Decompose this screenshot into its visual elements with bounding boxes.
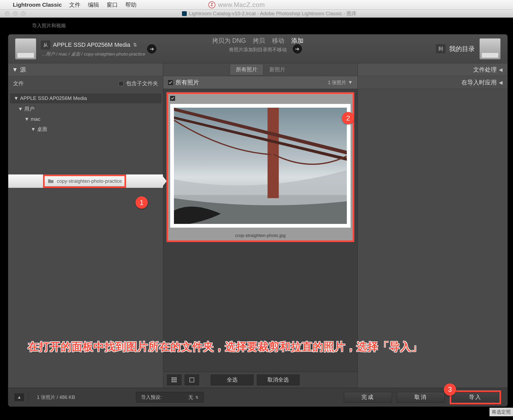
traffic-lights[interactable] bbox=[0, 11, 26, 16]
triangle-down-icon: ▼ bbox=[18, 106, 22, 112]
tree-item-label: 桌面 bbox=[37, 126, 47, 133]
photo-count-text: 1 张照片 bbox=[328, 79, 346, 86]
window-title: Lightroom Catalog-v10-2.lrcat - Adobe Ph… bbox=[26, 10, 513, 17]
svg-rect-7 bbox=[172, 379, 173, 380]
menu-file[interactable]: 文件 bbox=[69, 1, 80, 9]
files-label: 文件 bbox=[13, 80, 24, 87]
source-drive-icon bbox=[15, 38, 36, 59]
svg-rect-9 bbox=[175, 379, 177, 380]
svg-rect-5 bbox=[173, 377, 175, 379]
expand-compact-button[interactable]: ▲ bbox=[15, 394, 24, 401]
triangle-down-icon: ▼ bbox=[31, 126, 35, 132]
tab-all-photos[interactable]: 所有照片 bbox=[230, 64, 263, 75]
loupe-view-button[interactable] bbox=[185, 375, 199, 385]
chevron-updown-icon: ⇅ bbox=[195, 395, 199, 399]
select-all-button[interactable]: 全选 bbox=[211, 375, 254, 385]
tab-copy[interactable]: 拷贝 bbox=[253, 37, 265, 45]
svg-rect-12 bbox=[175, 381, 177, 382]
minimize-icon[interactable] bbox=[13, 11, 18, 16]
triangle-left-icon: ◀ bbox=[499, 80, 503, 85]
tree-item-label: mac bbox=[31, 116, 40, 122]
tree-root[interactable]: ▼ APPLE SSD AP0256M Media bbox=[10, 93, 161, 103]
preview-sub-label: 所有照片 bbox=[176, 79, 199, 87]
thumbnail-filename: crop-straighten-photo.jpg bbox=[170, 233, 351, 238]
source-path: ...用户 / mac / 桌面 / copy-straighten-photo… bbox=[41, 51, 145, 57]
import-header: 从 APPLE SSD AP0256M Media ⇅ ...用户 / mac … bbox=[8, 34, 507, 63]
callout-2: 2 bbox=[342, 112, 354, 124]
from-badge: 从 bbox=[41, 41, 50, 49]
chevron-updown-icon: ⇅ bbox=[133, 42, 137, 48]
tree-item-mac[interactable]: ▼ mac bbox=[10, 114, 161, 124]
triangle-down-icon: ▼ bbox=[12, 66, 18, 73]
to-badge: 到 bbox=[436, 44, 445, 53]
zoom-icon[interactable] bbox=[21, 11, 26, 16]
preview-subheader: 所有照片 1 张照片 ▼ bbox=[163, 76, 357, 89]
tab-move[interactable]: 移动 bbox=[272, 37, 284, 45]
svg-rect-13 bbox=[190, 378, 194, 382]
import-button[interactable]: 导入 bbox=[451, 392, 499, 403]
apply-during-import-label: 在导入时应用 bbox=[461, 79, 497, 87]
grid-view-button[interactable] bbox=[167, 375, 181, 385]
svg-rect-6 bbox=[175, 377, 177, 379]
callout-box-3: 导入 3 bbox=[450, 390, 501, 404]
thumbnail-checkbox[interactable] bbox=[170, 96, 175, 101]
tree-item-label: 用户 bbox=[24, 106, 34, 112]
window-title-text: Lightroom Catalog-v10-2.lrcat - Adobe Ph… bbox=[189, 10, 357, 17]
import-preset-dropdown[interactable]: 导入预设: 无 ⇅ bbox=[136, 392, 204, 403]
folder-icon bbox=[47, 178, 54, 184]
tab-add[interactable]: 添加 bbox=[291, 37, 304, 45]
cancel-button[interactable]: 取消 bbox=[397, 392, 445, 403]
tooltip-fragment: 将选定照 bbox=[489, 408, 513, 416]
source-panel: ▼ 源 文件 包含子文件夹 ▼ APPLE SSD AP0256M Media … bbox=[8, 63, 163, 388]
tab-copy-dng[interactable]: 拷贝为 DNG bbox=[212, 37, 246, 45]
tree-item-users[interactable]: ▼ 用户 bbox=[10, 104, 161, 114]
tree-item-selected[interactable]: copy-straighten-photo-practice bbox=[8, 174, 163, 188]
module-strip: 导入照片和视频 bbox=[0, 18, 513, 34]
menu-help[interactable]: 帮助 bbox=[125, 1, 137, 9]
preview-panel: 所有照片 新照片 所有照片 1 张照片 ▼ bbox=[163, 63, 358, 388]
deselect-all-button[interactable]: 取消全选 bbox=[257, 375, 300, 385]
check-all-icon[interactable] bbox=[168, 80, 173, 85]
selected-folder-label: copy-straighten-photo-practice bbox=[57, 178, 122, 184]
svg-rect-3 bbox=[267, 108, 279, 198]
window-titlebar: Lightroom Catalog-v10-2.lrcat - Adobe Ph… bbox=[0, 10, 513, 18]
done-button[interactable]: 完成 bbox=[344, 392, 392, 403]
arrow-right-button[interactable]: ➔ bbox=[147, 44, 156, 53]
tab-new-photos[interactable]: 新照片 bbox=[263, 64, 291, 75]
source-header-label: 源 bbox=[20, 66, 26, 74]
svg-rect-8 bbox=[173, 379, 175, 380]
strip-label: 导入照片和视频 bbox=[32, 23, 66, 28]
file-handling-label: 文件处理 bbox=[473, 66, 497, 74]
svg-rect-10 bbox=[172, 381, 173, 382]
callout-box-1: copy-straighten-photo-practice bbox=[43, 174, 126, 188]
menu-window[interactable]: 窗口 bbox=[107, 1, 118, 9]
folder-tree: ▼ APPLE SSD AP0256M Media ▼ 用户 ▼ mac ▼ 桌… bbox=[8, 91, 163, 206]
files-row: 文件 包含子文件夹 bbox=[8, 76, 163, 91]
include-subfolders-checkbox[interactable] bbox=[119, 81, 123, 86]
triangle-left-icon: ◀ bbox=[499, 67, 503, 73]
apply-during-import-header[interactable]: 在导入时应用 ◀ bbox=[358, 76, 507, 89]
preview-toolbar: 全选 取消全选 bbox=[163, 372, 357, 388]
source-drive-dropdown[interactable]: APPLE SSD AP0256M Media ⇅ bbox=[53, 41, 137, 48]
triangle-down-icon: ▼ bbox=[24, 116, 29, 122]
menu-app-name[interactable]: Lightroom Classic bbox=[13, 2, 62, 8]
import-footer: ▲ 1 张照片 / 486 KB 导入预设: 无 ⇅ 完成 取消 导入 3 bbox=[8, 388, 507, 406]
triangle-down-icon: ▼ bbox=[348, 80, 353, 85]
settings-panel: 文件处理 ◀ 在导入时应用 ◀ bbox=[358, 63, 507, 388]
close-icon[interactable] bbox=[5, 11, 10, 16]
import-mode-tabs: 拷贝为 DNG 拷贝 移动 添加 将照片添加到目录而不移动 bbox=[212, 37, 304, 53]
include-subfolders-label: 包含子文件夹 bbox=[126, 80, 158, 87]
photo-count[interactable]: 1 张照片 ▼ bbox=[328, 79, 353, 86]
source-header[interactable]: ▼ 源 bbox=[8, 63, 163, 76]
preview-tabs: 所有照片 新照片 bbox=[163, 63, 357, 76]
destination-block[interactable]: 到 我的目录 bbox=[436, 44, 475, 53]
app-badge-icon bbox=[182, 11, 187, 16]
watermark-url: www.MacZ.com bbox=[218, 1, 265, 9]
destination-label: 我的目录 bbox=[449, 45, 475, 53]
watermark-icon: Z bbox=[208, 1, 215, 8]
tree-item-desktop[interactable]: ▼ 桌面 bbox=[10, 124, 161, 134]
file-handling-header[interactable]: 文件处理 ◀ bbox=[358, 63, 507, 76]
preset-label: 导入预设: bbox=[141, 394, 162, 400]
menu-edit[interactable]: 编辑 bbox=[88, 1, 99, 9]
thumbnail-selected[interactable]: crop-straighten-photo.jpg 2 bbox=[166, 92, 354, 242]
